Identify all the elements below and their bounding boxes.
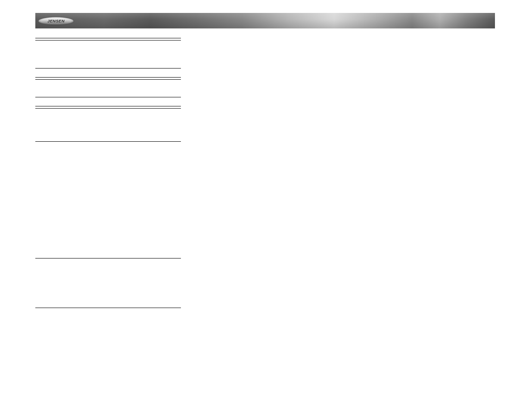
divider bbox=[35, 308, 181, 308]
brand-logo-badge: JENSEN bbox=[38, 17, 74, 25]
header-band bbox=[35, 13, 495, 28]
brand-logo-text: JENSEN bbox=[47, 19, 65, 23]
jensen-logo-icon: JENSEN bbox=[38, 17, 74, 25]
content-sections bbox=[35, 38, 181, 308]
